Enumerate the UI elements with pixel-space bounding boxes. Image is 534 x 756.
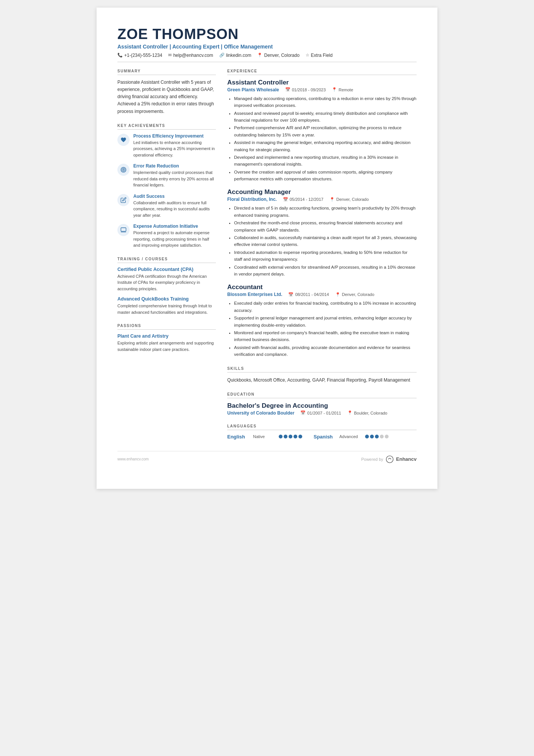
target-icon xyxy=(120,167,126,173)
laptop-icon xyxy=(120,227,126,233)
summary-label: SUMMARY xyxy=(117,69,216,75)
lang-spanish: Spanish Advanced xyxy=(314,434,389,440)
pin-icon-2: 📍 xyxy=(329,197,335,202)
edu-school: University of Colorado Boulder xyxy=(227,410,294,416)
job-2: Accounting Manager Floral Distribution, … xyxy=(227,188,417,277)
job-dates-3: 📅 08/2011 - 04/2014 xyxy=(288,292,329,297)
pin-icon-1: 📍 xyxy=(332,87,337,92)
svg-point-5 xyxy=(386,456,393,463)
training-desc-2: Completed comprehensive training through… xyxy=(117,303,216,315)
job-meta-3: Blossom Enterprises Ltd. 📅 08/2011 - 04/… xyxy=(227,292,417,297)
achievement-item-2: Error Rate Reduction Implemented quality… xyxy=(117,163,216,188)
right-column: EXPERIENCE Assistant Controller Green Pl… xyxy=(227,69,417,440)
passion-desc-1: Exploring artistic plant arrangements an… xyxy=(117,340,216,352)
star-icon: ☆ xyxy=(306,53,309,58)
job-bullets-3: Executed daily order entries for financi… xyxy=(227,300,417,358)
achievement-title-1: Process Efficiency Improvement xyxy=(133,133,216,139)
bullet-1-3: Performed comprehensive A/R and A/P reco… xyxy=(234,124,417,138)
pencil-icon xyxy=(120,197,126,203)
pin-icon-3: 📍 xyxy=(335,292,340,297)
training-title-1: Certified Public Accountant (CPA) xyxy=(117,267,216,272)
candidate-name: ZOE THOMPSON xyxy=(117,27,417,42)
bullet-2-1: Directed a team of 5 in daily accounting… xyxy=(234,205,417,219)
calendar-icon-3: 📅 xyxy=(288,292,294,297)
edu-degree: Bachelor's Degree in Accounting xyxy=(227,402,417,410)
job-meta-1: Green Plants Wholesale 📅 01/2018 - 09/20… xyxy=(227,87,417,92)
job-company-3: Blossom Enterprises Ltd. xyxy=(227,292,282,297)
achievement-icon-heart xyxy=(117,134,130,146)
calendar-edu-icon: 📅 xyxy=(300,410,306,415)
dot-es-2 xyxy=(370,435,374,438)
achievement-content-2: Error Rate Reduction Implemented quality… xyxy=(133,163,216,188)
dot-es-3 xyxy=(375,435,379,438)
achievement-title-4: Expense Automation Initiative xyxy=(133,224,216,229)
edu-meta: University of Colorado Boulder 📅 01/2007… xyxy=(227,410,417,416)
training-desc-1: Achieved CPA certification through the A… xyxy=(117,273,216,292)
job-company-2: Floral Distribution, Inc. xyxy=(227,197,277,202)
lang-spanish-name: Spanish xyxy=(314,434,336,440)
achievement-desc-2: Implemented quality control processes th… xyxy=(133,169,216,188)
calendar-icon-1: 📅 xyxy=(285,87,290,92)
job-meta-2: Floral Distribution, Inc. 📅 05/2014 - 12… xyxy=(227,197,417,202)
bullet-1-2: Assessed and reviewed payroll bi-weekly,… xyxy=(234,110,417,124)
job-dates-2: 📅 05/2014 - 12/2017 xyxy=(283,197,323,202)
bullet-3-4: Assisted with financial audits, providin… xyxy=(234,344,417,358)
languages-label: LANGUAGES xyxy=(227,424,417,430)
email-icon: ✉ xyxy=(168,53,172,58)
heart-icon xyxy=(120,137,126,143)
dot-es-4 xyxy=(380,435,384,438)
bullet-3-3: Monitored and reported on company's fina… xyxy=(234,329,417,343)
bullet-3-1: Executed daily order entries for financi… xyxy=(234,300,417,314)
bullet-1-1: Managed daily accounting operations, con… xyxy=(234,95,417,109)
lang-spanish-level: Advanced xyxy=(339,434,362,439)
resume-page: ZOE THOMPSON Assistant Controller | Acco… xyxy=(97,8,437,489)
two-col-layout: SUMMARY Passionate Assistant Controller … xyxy=(117,69,417,440)
pin-edu-icon: 📍 xyxy=(347,410,353,415)
dot-es-5 xyxy=(385,435,389,438)
skills-text: Quickbooks, Microsoft Office, Accounting… xyxy=(227,376,417,384)
bullet-2-5: Coordinated with external vendors for st… xyxy=(234,264,417,278)
contact-linkedin: 🔗 linkedin.com xyxy=(219,53,251,58)
lang-english-dots xyxy=(279,435,302,438)
header: ZOE THOMPSON Assistant Controller | Acco… xyxy=(117,27,417,62)
contact-extra: ☆ Extra Field xyxy=(306,53,333,58)
training-label: TRAINING / COURSES xyxy=(117,257,216,263)
contact-email: ✉ help@enhancv.com xyxy=(168,53,213,58)
contact-row: 📞 +1-(234)-555-1234 ✉ help@enhancv.com 🔗… xyxy=(117,53,417,62)
achievement-title-3: Audit Success xyxy=(133,194,216,199)
bullet-2-2: Orchestrated the month-end close process… xyxy=(234,219,417,233)
svg-point-2 xyxy=(123,169,124,171)
passion-title-1: Plant Care and Artistry xyxy=(117,333,216,339)
job-title-1: Assistant Controller xyxy=(227,79,417,86)
summary-text: Passionate Assistant Controller with 5 y… xyxy=(117,79,216,115)
achievement-icon-pencil xyxy=(117,194,130,206)
footer-brand: Powered by Enhancv xyxy=(361,455,417,463)
phone-icon: 📞 xyxy=(117,53,123,58)
training-title-2: Advanced QuickBooks Training xyxy=(117,296,216,302)
achievement-desc-1: Led initiatives to enhance accounting pr… xyxy=(133,139,216,158)
bullet-2-3: Collaborated in audits, successfully mai… xyxy=(234,234,417,248)
bullet-2-4: Introduced automation to expense reporti… xyxy=(234,249,417,263)
achievement-desc-3: Collaborated with auditors to ensure ful… xyxy=(133,200,216,219)
calendar-icon-2: 📅 xyxy=(283,197,288,202)
page-footer: www.enhancv.com Powered by Enhancv xyxy=(117,451,417,463)
achievement-title-2: Error Rate Reduction xyxy=(133,163,216,169)
skills-label: SKILLS xyxy=(227,366,417,373)
passions-label: PASSIONS xyxy=(117,324,216,330)
left-column: SUMMARY Passionate Assistant Controller … xyxy=(117,69,216,440)
svg-rect-3 xyxy=(121,228,126,231)
lang-spanish-dots xyxy=(365,435,389,438)
bullet-1-6: Oversee the creation and approval of sal… xyxy=(234,169,417,183)
job-title-3: Accountant xyxy=(227,283,417,291)
job-1: Assistant Controller Green Plants Wholes… xyxy=(227,79,417,183)
contact-phone: 📞 +1-(234)-555-1234 xyxy=(117,53,162,58)
achievement-content-1: Process Efficiency Improvement Led initi… xyxy=(133,133,216,158)
dot-en-2 xyxy=(284,435,287,438)
enhancv-logo-icon xyxy=(386,455,394,463)
achievement-desc-4: Pioneered a project to automate expense … xyxy=(133,230,216,249)
dot-en-3 xyxy=(289,435,292,438)
edu-location: 📍 Boulder, Colorado xyxy=(347,410,387,415)
experience-label: EXPERIENCE xyxy=(227,69,417,75)
job-location-1: 📍 Remote xyxy=(332,87,353,92)
achievement-icon-target xyxy=(117,164,130,176)
